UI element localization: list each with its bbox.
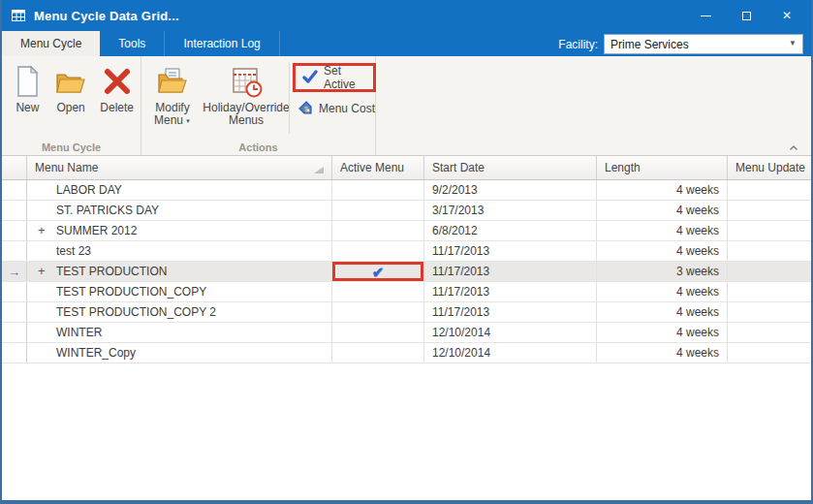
grid-row[interactable]: ST. PATRICKS DAY3/17/20134 weeks xyxy=(2,201,811,221)
cell-start-date: 12/10/2014 xyxy=(424,323,597,342)
cell-start-date: 6/8/2012 xyxy=(424,221,597,240)
row-indicator-cell xyxy=(2,201,27,220)
ribbon-collapse-button[interactable] xyxy=(789,138,798,155)
header-menu-update[interactable]: Menu Update xyxy=(728,156,811,179)
header-active-menu[interactable]: Active Menu xyxy=(332,156,424,179)
cell-length: 4 weeks xyxy=(597,180,728,200)
menu-name-text: TEST PRODUCTION xyxy=(56,265,167,278)
grid-row[interactable]: WINTER12/10/20144 weeks xyxy=(2,323,811,343)
cell-active-menu xyxy=(332,302,424,322)
cell-start-date: 11/17/2013 xyxy=(424,262,597,281)
header-start-date[interactable]: Start Date xyxy=(424,156,597,179)
grid-row[interactable]: WINTER_Copy12/10/20144 weeks xyxy=(2,343,811,363)
minimize-icon xyxy=(701,16,711,16)
ribbon: New Open Delete Menu Cyc xyxy=(2,56,811,156)
cell-menu-update xyxy=(728,180,811,200)
maximize-button[interactable] xyxy=(726,0,766,31)
cell-menu-name: +TEST PRODUCTION xyxy=(27,262,332,281)
cell-active-menu xyxy=(332,323,424,342)
menu-name-text: TEST PRODUCTION_COPY xyxy=(56,285,206,299)
set-active-button[interactable]: Set Active xyxy=(297,67,369,88)
row-indicator-cell xyxy=(2,282,27,301)
group-inner-separator xyxy=(289,62,290,134)
facility-combobox[interactable]: Prime Services ▼ xyxy=(604,34,803,54)
header-length[interactable]: Length xyxy=(597,156,728,179)
cell-active-menu xyxy=(332,343,424,362)
cell-menu-name: +SUMMER 2012 xyxy=(27,221,332,240)
cell-menu-name: test 23 xyxy=(27,241,332,261)
cell-active-menu: ✔ xyxy=(332,262,424,281)
button-label: Menu Cost xyxy=(319,102,375,115)
grid-row[interactable]: →+TEST PRODUCTION✔11/17/20133 weeks xyxy=(2,262,811,282)
cell-menu-name: WINTER xyxy=(27,323,332,342)
header-label: Length xyxy=(605,161,641,174)
row-indicator-cell xyxy=(2,302,27,322)
close-icon: ✕ xyxy=(782,9,792,22)
header-label: Active Menu xyxy=(340,161,404,174)
close-button[interactable]: ✕ xyxy=(766,0,807,31)
button-label: Delete xyxy=(100,102,134,114)
cell-start-date: 11/17/2013 xyxy=(424,302,597,322)
grid-row[interactable]: +SUMMER 20126/8/20124 weeks xyxy=(2,221,811,241)
cell-menu-name: ST. PATRICKS DAY xyxy=(27,201,332,220)
expand-icon[interactable]: + xyxy=(38,223,46,237)
button-label: Modify Menu▼ xyxy=(144,102,201,128)
menu-name-text: SUMMER 2012 xyxy=(56,224,137,237)
minimize-button[interactable] xyxy=(685,0,726,31)
sort-ascending-icon xyxy=(313,164,325,177)
menu-name-text: ST. PATRICKS DAY xyxy=(56,204,159,217)
tab-label: Interaction Log xyxy=(183,37,260,50)
grid-row[interactable]: TEST PRODUCTION_COPY11/17/20134 weeks xyxy=(2,282,811,302)
new-document-icon xyxy=(13,64,42,99)
selected-row-arrow-icon: → xyxy=(8,266,20,278)
tab-label: Tools xyxy=(118,37,145,50)
set-active-highlight-box: Set Active xyxy=(293,63,376,92)
tab-interaction-log[interactable]: Interaction Log xyxy=(165,31,279,56)
cell-menu-name: WINTER_Copy xyxy=(27,343,332,362)
cell-start-date: 11/17/2013 xyxy=(424,241,597,261)
facility-value: Prime Services xyxy=(610,38,689,51)
app-window: Menu Cycle Data Grid... ✕ Menu Cycle Too… xyxy=(0,0,813,504)
cell-length: 4 weeks xyxy=(597,221,728,240)
cell-length: 4 weeks xyxy=(597,343,728,362)
menu-name-text: WINTER_Copy xyxy=(56,346,136,360)
cell-start-date: 11/17/2013 xyxy=(424,282,597,301)
cell-menu-update xyxy=(728,262,811,281)
facility-label: Facility: xyxy=(558,38,598,51)
maximize-icon xyxy=(742,12,751,20)
chevron-down-icon: ▼ xyxy=(789,39,797,47)
header-label: Start Date xyxy=(432,161,485,174)
title-bar: Menu Cycle Data Grid... ✕ xyxy=(2,0,811,31)
button-label: Open xyxy=(56,102,84,114)
delete-x-icon xyxy=(103,64,132,99)
cell-menu-update xyxy=(728,221,811,240)
cell-menu-update xyxy=(728,343,811,362)
menu-name-text: LABOR DAY xyxy=(56,183,122,197)
tab-tools[interactable]: Tools xyxy=(100,31,165,56)
menu-cost-button[interactable]: $ Menu Cost xyxy=(293,98,376,119)
menu-cycle-data-grid: Menu Name Active Menu Start Date Length … xyxy=(2,156,811,363)
grid-body: LABOR DAY9/2/20134 weeksST. PATRICKS DAY… xyxy=(2,180,811,363)
cell-menu-update xyxy=(728,201,811,220)
cell-length: 4 weeks xyxy=(597,323,728,342)
row-indicator-cell xyxy=(2,343,27,362)
cell-menu-update xyxy=(728,282,811,301)
grid-row[interactable]: TEST PRODUCTION_COPY 211/17/20134 weeks xyxy=(2,302,811,323)
grid-row[interactable]: test 2311/17/20134 weeks xyxy=(2,241,811,262)
cell-active-menu xyxy=(332,241,424,261)
grid-row[interactable]: LABOR DAY9/2/20134 weeks xyxy=(2,180,811,201)
menu-name-text: TEST PRODUCTION_COPY 2 xyxy=(56,305,216,319)
header-label: Menu Update xyxy=(735,161,805,174)
cell-length: 4 weeks xyxy=(597,201,728,220)
cell-start-date: 9/2/2013 xyxy=(424,180,597,200)
expand-icon[interactable]: + xyxy=(38,264,46,278)
active-check-icon: ✔ xyxy=(372,265,385,279)
row-indicator-cell xyxy=(2,221,27,240)
cell-menu-update xyxy=(728,302,811,322)
header-menu-name[interactable]: Menu Name xyxy=(27,156,332,179)
cell-length: 4 weeks xyxy=(597,282,728,301)
menu-name-text: WINTER xyxy=(56,326,102,339)
cell-menu-update xyxy=(728,241,811,261)
tab-menu-cycle[interactable]: Menu Cycle xyxy=(2,31,100,56)
ribbon-group-label: Actions xyxy=(141,142,375,153)
